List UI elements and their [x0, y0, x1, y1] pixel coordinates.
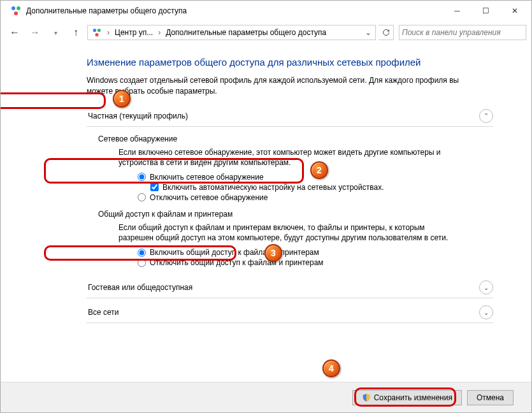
- refresh-button[interactable]: [378, 25, 394, 40]
- radio-share-off-label: Отключить общий доступ к файлам и принте…: [150, 258, 324, 267]
- cancel-button[interactable]: Отмена: [467, 390, 514, 405]
- expand-icon[interactable]: ⌄: [479, 305, 493, 319]
- profile-guest-label: Гостевая или общедоступная: [87, 283, 479, 292]
- checkbox-netdisc-auto-input[interactable]: [150, 183, 159, 191]
- back-button[interactable]: ←: [6, 24, 24, 41]
- svg-point-1: [17, 6, 20, 10]
- recent-dropdown[interactable]: ▾: [47, 24, 64, 41]
- page-heading: Изменение параметров общего доступа для …: [87, 57, 493, 68]
- svg-point-2: [14, 11, 18, 15]
- forward-button[interactable]: →: [26, 24, 44, 41]
- titlebar: Дополнительные параметры общего доступа …: [1, 1, 531, 21]
- window-controls: ─ ☐ ✕: [443, 1, 529, 20]
- radio-share-on-input[interactable]: [138, 249, 146, 257]
- chevron-right-icon: ›: [106, 28, 111, 37]
- cancel-button-label: Отмена: [477, 393, 504, 402]
- radio-netdisc-on[interactable]: Включить сетевое обнаружение: [138, 173, 493, 182]
- profile-guest-header[interactable]: Гостевая или общедоступная ⌄: [87, 277, 493, 298]
- svg-point-5: [95, 33, 98, 36]
- profile-all-header[interactable]: Все сети ⌄: [87, 302, 493, 323]
- network-discovery-desc: Если включено сетевое обнаружение, этот …: [119, 147, 450, 168]
- window-title: Дополнительные параметры общего доступа: [26, 6, 443, 15]
- radio-share-off-input[interactable]: [138, 259, 146, 267]
- svg-point-3: [93, 29, 96, 32]
- shield-icon: [362, 393, 371, 402]
- profile-private-header[interactable]: Частная (текущий профиль) ⌃: [87, 106, 493, 127]
- close-button[interactable]: ✕: [500, 1, 529, 20]
- network-discovery-title: Сетевое обнаружение: [98, 134, 493, 143]
- svg-point-4: [97, 29, 101, 32]
- radio-netdisc-on-input[interactable]: [138, 173, 146, 181]
- app-icon: [11, 6, 21, 16]
- radio-share-on[interactable]: Включить общий доступ к файлам и принтер…: [138, 248, 493, 257]
- search-input[interactable]: [402, 28, 523, 37]
- breadcrumb-icon: [92, 27, 102, 38]
- up-button[interactable]: ↑: [67, 24, 85, 41]
- search-box[interactable]: [399, 25, 526, 40]
- save-button[interactable]: Сохранить изменения: [352, 390, 462, 405]
- radio-share-off[interactable]: Отключить общий доступ к файлам и принте…: [138, 258, 493, 267]
- navbar: ← → ▾ ↑ › Центр уп... › Дополнительные п…: [1, 21, 531, 44]
- checkbox-netdisc-auto-label: Включить автоматическую настройку на сет…: [162, 183, 384, 192]
- minimize-button[interactable]: ─: [443, 1, 471, 20]
- profile-all-label: Все сети: [87, 308, 479, 317]
- chevron-right-icon: ›: [157, 28, 162, 37]
- checkbox-netdisc-auto[interactable]: Включить автоматическую настройку на сет…: [150, 183, 493, 192]
- breadcrumb-seg-1[interactable]: Центр уп...: [112, 25, 155, 40]
- radio-share-on-label: Включить общий доступ к файлам и принтер…: [150, 248, 319, 257]
- collapse-icon[interactable]: ⌃: [479, 109, 493, 123]
- radio-netdisc-off-input[interactable]: [138, 193, 146, 201]
- radio-netdisc-on-label: Включить сетевое обнаружение: [150, 173, 264, 182]
- breadcrumb[interactable]: › Центр уп... › Дополнительные параметры…: [87, 25, 376, 40]
- file-share-desc: Если общий доступ к файлам и принтерам в…: [119, 222, 450, 243]
- footer: Сохранить изменения Отмена 4: [1, 382, 531, 412]
- svg-point-0: [11, 6, 15, 10]
- maximize-button[interactable]: ☐: [471, 1, 500, 20]
- radio-netdisc-off-label: Отключить сетевое обнаружение: [150, 193, 268, 202]
- expand-icon[interactable]: ⌄: [479, 280, 493, 294]
- breadcrumb-dropdown[interactable]: ⌄: [363, 28, 374, 37]
- breadcrumb-seg-2[interactable]: Дополнительные параметры общего доступа: [163, 25, 329, 40]
- window: Дополнительные параметры общего доступа …: [0, 0, 532, 413]
- save-button-label: Сохранить изменения: [374, 393, 452, 402]
- page-subtext: Windows создает отдельный сетевой профил…: [87, 75, 469, 97]
- radio-netdisc-off[interactable]: Отключить сетевое обнаружение: [138, 193, 493, 202]
- profile-private-label: Частная (текущий профиль): [87, 112, 479, 120]
- content-area: Изменение параметров общего доступа для …: [1, 44, 531, 382]
- file-share-title: Общий доступ к файлам и принтерам: [98, 210, 493, 219]
